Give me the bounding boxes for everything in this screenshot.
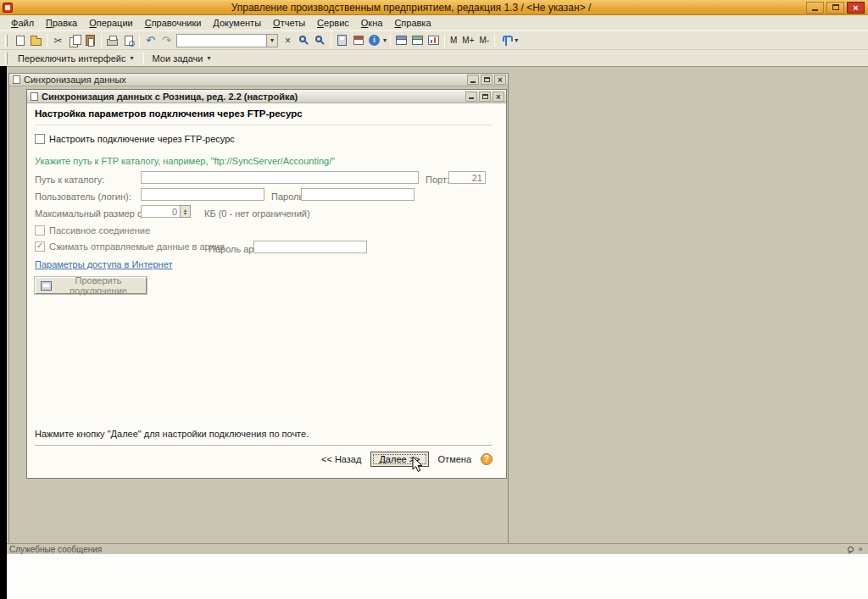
clear-search-button[interactable] [280,33,296,48]
calculator-icon [337,35,347,46]
help-button[interactable]: ? [481,453,492,465]
switch-interface-button[interactable]: Переключить интерфейс ▾ [12,52,141,65]
cancel-button[interactable]: Отмена [435,452,475,466]
ftp-settings-dialog: Синхронизация данных с Розница, ред. 2.2… [26,89,507,479]
print-icon [107,39,118,46]
menu-item-edit[interactable]: Правка [40,16,83,30]
dialog-titlebar[interactable]: Синхронизация данных с Розница, ред. 2.2… [27,90,506,103]
close-icon [853,3,858,13]
find-next-button[interactable] [312,33,328,48]
main-toolbar: ▾ ▾ М М+ М- ▾ [0,31,868,49]
menu-item-reports[interactable]: Отчеты [267,16,311,30]
port-input [448,171,486,184]
find-button[interactable] [296,33,312,48]
footer-hint: Нажмите кнопку "Далее" для настройки под… [35,429,309,439]
password-input [301,188,415,201]
tools-icon [502,36,510,46]
passive-checkbox [35,225,45,236]
toolbar-grip[interactable] [5,35,8,47]
internet-access-link[interactable]: Параметры доступа в Интернет [35,259,172,269]
close-button[interactable] [847,2,865,14]
new-document-icon [16,36,25,46]
ftp-enable-label: Настроить подключение через FTP-ресурс [49,134,235,144]
toolbar-separator [494,34,495,47]
menu-item-documents[interactable]: Документы [207,16,267,30]
chevron-down-icon: ▾ [130,54,135,62]
maximize-button[interactable] [826,2,844,14]
minimize-button[interactable] [806,2,824,14]
max-size-suffix: КБ (0 - нет ограничений) [204,208,310,219]
toolbar-separator [143,52,144,65]
toolbar-grip[interactable] [5,53,8,64]
compress-label: Сжимать отправляемые данные в архив [49,241,225,252]
ftp-enable-checkbox[interactable] [35,134,45,144]
chevron-down-icon[interactable]: ▾ [382,36,387,44]
my-tasks-button[interactable]: Мои задачи ▾ [147,52,218,65]
minimize-button[interactable] [465,92,477,102]
cut-button[interactable] [50,33,66,48]
close-button[interactable] [492,92,504,102]
chevron-down-icon: ▾ [206,54,211,62]
window-icon [31,92,38,101]
calendar-button[interactable] [350,33,366,48]
tools-button[interactable] [498,33,514,48]
chevron-double-right-icon[interactable] [855,545,865,554]
toolbar-search-combo: ▾ [176,34,278,47]
page-title: Настройка параметров подключения через F… [35,108,303,119]
undo-icon [146,35,155,46]
ftp-path-hint: Укажите путь к FTP каталогу, например, "… [35,156,335,166]
undo-button[interactable] [142,33,159,48]
calculator-button[interactable] [334,33,350,48]
window-icon [13,75,20,84]
toolbar-separator [390,34,391,47]
copy-icon [70,35,80,46]
chevron-down-icon[interactable]: ▾ [266,35,277,47]
table-settings-button[interactable] [409,33,426,48]
memory-add-button[interactable]: М+ [459,35,476,46]
open-button[interactable] [28,33,44,48]
copy-button[interactable] [66,33,82,48]
minimize-icon [469,97,474,99]
compress-checkbox [35,241,45,252]
passive-row: Пассивное соединение [35,225,150,236]
sync-window-titlebar[interactable]: Синхронизация данных [9,74,508,86]
maximize-button[interactable] [479,92,491,102]
back-button[interactable]: << Назад [318,452,364,466]
menu-item-service[interactable]: Сервис [311,16,355,30]
ftp-enable-row: Настроить подключение через FTP-ресурс [35,134,235,144]
service-messages-body [7,554,868,599]
test-connection-icon [41,281,52,291]
toolbar-search-input[interactable] [177,35,266,47]
menubar: Файл Правка Операции Справочники Докумен… [0,15,868,31]
app-title: Управление производственным предприятием… [16,2,806,14]
maximize-button[interactable] [481,75,492,85]
minimize-button[interactable] [467,75,479,85]
print-button[interactable] [104,33,120,48]
info-button[interactable] [366,33,382,48]
memory-recall-button[interactable]: М [448,35,459,46]
new-document-button[interactable] [12,33,28,48]
menu-item-operations[interactable]: Операции [83,16,138,30]
close-button[interactable] [494,75,506,85]
info-icon [369,35,380,46]
menu-item-help[interactable]: Справка [388,16,437,30]
footer-divider [35,445,492,446]
minimize-icon [812,9,818,11]
user-label: Пользователь (логин): [35,191,131,202]
table-document-button[interactable] [393,33,409,48]
sync-window: Синхронизация данных Синхронизация данны… [8,73,509,544]
close-icon [496,92,501,102]
maximize-icon [482,94,488,99]
print-preview-button[interactable] [120,33,136,48]
memory-subtract-button[interactable]: М- [477,35,492,46]
menu-item-windows[interactable]: Окна [355,16,389,30]
menu-item-catalogs[interactable]: Справочники [139,16,208,30]
find-icon [299,36,306,42]
heading-divider [35,125,492,125]
chevron-down-icon[interactable]: ▾ [514,36,519,44]
chart-button[interactable] [426,33,442,48]
paste-button[interactable] [82,33,98,48]
redo-button[interactable] [159,33,175,48]
pin-icon[interactable] [845,545,855,554]
menu-item-file[interactable]: Файл [5,16,40,30]
